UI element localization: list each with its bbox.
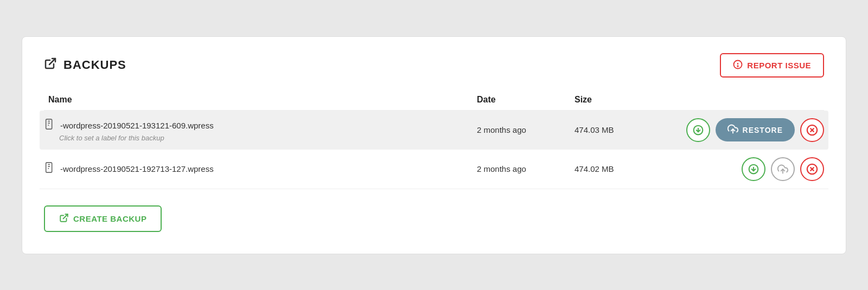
table-row: -wordpress-20190521-192713-127.wpress 2 … — [40, 150, 828, 189]
file-label-1[interactable]: Click to set a label for this backup — [44, 134, 477, 142]
warning-icon — [733, 60, 743, 71]
delete-button-2[interactable] — [800, 157, 824, 181]
table-header: Name Date Size — [44, 91, 824, 111]
file-name-1: -wordpress-20190521-193121-609.wpress — [60, 121, 214, 130]
col-header-size: Size — [575, 95, 661, 105]
restore-label-1: RESTORE — [743, 126, 783, 134]
report-issue-button[interactable]: REPORT ISSUE — [720, 53, 824, 78]
svg-rect-14 — [46, 163, 52, 172]
backups-card: BACKUPS REPORT ISSUE Name Date Size — [22, 36, 846, 254]
file-size-1: 474.03 MB — [575, 125, 661, 134]
card-header: BACKUPS REPORT ISSUE — [44, 53, 824, 78]
file-cell-2: -wordpress-20190521-192713-127.wpress — [44, 162, 477, 176]
col-header-date: Date — [477, 95, 575, 105]
page-title: BACKUPS — [44, 57, 126, 73]
actions-cell-2 — [661, 157, 824, 181]
file-name-2: -wordpress-20190521-192713-127.wpress — [60, 164, 214, 173]
file-name-row-1: -wordpress-20190521-193121-609.wpress — [44, 118, 477, 133]
actions-cell-1: RESTORE — [661, 118, 824, 142]
cloud-upload-icon — [727, 124, 738, 136]
download-button-1[interactable] — [686, 118, 710, 142]
file-icon-2 — [44, 162, 56, 176]
restore-button-1[interactable]: RESTORE — [716, 118, 795, 141]
file-size-2: 474.02 MB — [575, 164, 661, 173]
table-row: -wordpress-20190521-193121-609.wpress Cl… — [40, 111, 828, 150]
report-issue-label: REPORT ISSUE — [747, 61, 811, 70]
card-footer: CREATE BACKUP — [44, 205, 824, 232]
col-header-name: Name — [44, 95, 477, 105]
file-date-1: 2 months ago — [477, 125, 575, 134]
restore-button-2[interactable] — [771, 157, 795, 181]
col-header-actions — [661, 95, 824, 105]
svg-rect-4 — [46, 119, 52, 128]
file-cell-1: -wordpress-20190521-193121-609.wpress Cl… — [44, 118, 477, 142]
backups-title: BACKUPS — [63, 58, 126, 72]
create-backup-icon — [59, 213, 69, 224]
create-backup-button[interactable]: CREATE BACKUP — [44, 205, 162, 232]
file-name-row-2: -wordpress-20190521-192713-127.wpress — [44, 162, 477, 176]
download-button-2[interactable] — [742, 157, 765, 181]
delete-button-1[interactable] — [800, 118, 824, 142]
create-backup-label: CREATE BACKUP — [73, 214, 146, 223]
svg-point-3 — [738, 66, 739, 67]
file-icon-1 — [44, 118, 56, 133]
file-date-2: 2 months ago — [477, 164, 575, 173]
svg-line-24 — [63, 214, 68, 218]
export-icon — [44, 57, 57, 73]
svg-line-0 — [49, 59, 55, 65]
